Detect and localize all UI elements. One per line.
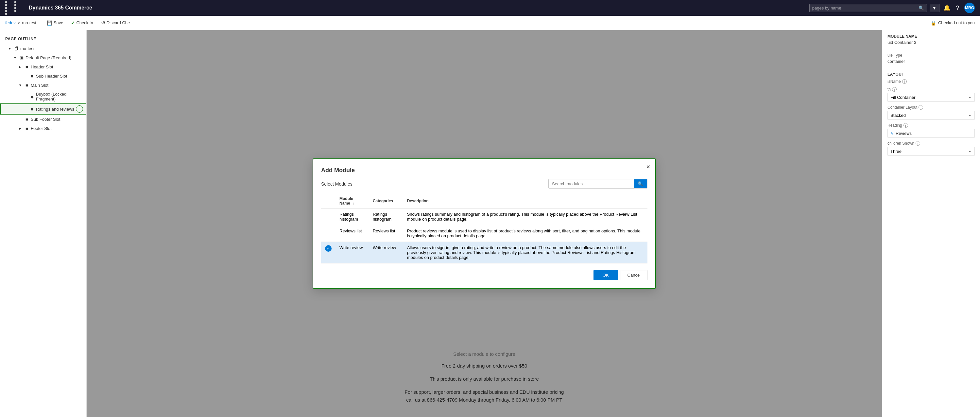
save-label: Save xyxy=(54,20,64,25)
children-shown-select[interactable]: Three xyxy=(888,147,975,156)
tree-item-footer-slot[interactable]: ► ■ Footer Slot xyxy=(0,124,86,133)
tree-item-ratings-reviews[interactable]: ■ Ratings and reviews ⋯ xyxy=(0,104,86,115)
row-check-cell xyxy=(321,225,336,242)
info-icon[interactable]: i xyxy=(902,79,907,84)
app-title: Dynamics 365 Commerce xyxy=(29,5,92,11)
cancel-button[interactable]: Cancel xyxy=(620,270,648,280)
search-area: 🔍 ▼ xyxy=(809,4,939,12)
tree-label: Sub Header Slot xyxy=(36,73,83,78)
module-description-cell: Allows users to sign-in, give a rating, … xyxy=(403,242,648,264)
expand-spacer xyxy=(23,73,28,78)
tree-item-main-slot[interactable]: ▼ ■ Main Slot xyxy=(0,80,86,90)
module-search-button[interactable]: 🔍 xyxy=(634,179,647,188)
info-icon[interactable]: i xyxy=(904,123,908,128)
tree-more-button[interactable]: ⋯ xyxy=(76,105,83,113)
discard-button[interactable]: Discard Che xyxy=(99,18,133,27)
tree-label: Sub Footer Slot xyxy=(31,117,83,122)
heading-value: Reviews xyxy=(896,131,912,136)
main-layout: Page Outline ▼ 🗍 mo-test ▼ ▣ Default Pag… xyxy=(0,30,980,417)
left-sidebar: Page Outline ▼ 🗍 mo-test ▼ ▣ Default Pag… xyxy=(0,30,87,417)
slot-icon: ■ xyxy=(24,83,29,88)
module-name-value: uid Container 3 xyxy=(888,40,975,45)
layout-title: Layout xyxy=(888,72,975,77)
slot-icon: ■ xyxy=(24,117,29,122)
heading-edit-button[interactable]: ✎ Reviews xyxy=(888,129,975,138)
pencil-icon: ✎ xyxy=(890,131,894,136)
table-row[interactable]: Reviews list Reviews list Product review… xyxy=(321,225,648,242)
help-icon[interactable]: ? xyxy=(956,5,959,11)
children-shown-label: children Shown i xyxy=(888,141,975,145)
expand-icon: ► xyxy=(18,126,23,131)
row-check-cell: ✓ xyxy=(321,242,336,264)
lock-icon xyxy=(931,20,936,26)
modal-close-button[interactable]: × xyxy=(646,163,650,171)
notification-icon[interactable]: 🔔 xyxy=(943,4,951,11)
page-icon: 🗍 xyxy=(14,46,19,51)
table-row[interactable]: Ratings histogram Ratings histogram Show… xyxy=(321,209,648,225)
container-layout-label: Container Layout i xyxy=(888,105,975,110)
tree-item-default-page[interactable]: ▼ ▣ Default Page (Required) xyxy=(0,53,86,62)
tree-item-sub-footer-slot[interactable]: ■ Sub Footer Slot xyxy=(0,115,86,124)
info-icon[interactable]: i xyxy=(916,141,920,145)
expand-spacer xyxy=(23,106,28,112)
module-name-cell: Reviews list xyxy=(336,225,369,242)
search-dropdown-button[interactable]: ▼ xyxy=(930,4,939,12)
tree-label: Header Slot xyxy=(31,64,83,69)
select-modules-label: Select Modules xyxy=(321,181,353,187)
layout-icon: ▣ xyxy=(19,55,24,60)
children-shown-row: children Shown i Three xyxy=(888,141,975,156)
top-navigation: Dynamics 365 Commerce 🔍 ▼ 🔔 ? MRG xyxy=(0,0,980,16)
breadcrumb-root[interactable]: fedev xyxy=(5,20,16,25)
toolbar: fedev > mo-test Save Check In Discard Ch… xyxy=(0,16,980,30)
layout-name-label: isName i xyxy=(888,79,975,84)
search-button[interactable]: 🔍 xyxy=(918,6,924,11)
width-label: th i xyxy=(888,87,975,92)
module-search-input[interactable] xyxy=(549,179,634,188)
slot-icon: ■ xyxy=(29,73,35,78)
tree-item-header-slot[interactable]: ► ■ Header Slot xyxy=(0,62,86,71)
width-select[interactable]: Fill Container xyxy=(888,93,975,102)
tree-item-buybox[interactable]: ◆ Buybox (Locked Fragment) xyxy=(0,90,86,104)
sort-arrow-icon: ↑ xyxy=(353,201,355,205)
tree-label: Default Page (Required) xyxy=(25,55,83,60)
save-icon xyxy=(47,20,52,26)
module-name-label: MODULE NAME xyxy=(888,34,975,38)
table-header-name: Module Name ↑ xyxy=(336,194,369,209)
row-check-cell xyxy=(321,209,336,225)
page-outline-title: Page Outline xyxy=(0,34,86,44)
tree-label: Main Slot xyxy=(31,83,83,88)
add-module-modal: × Add Module Select Modules 🔍 Modul xyxy=(313,158,656,289)
modal-footer: OK Cancel xyxy=(321,270,648,280)
tree-label: Buybox (Locked Fragment) xyxy=(36,92,83,101)
ok-button[interactable]: OK xyxy=(593,270,618,280)
save-button[interactable]: Save xyxy=(44,19,66,27)
info-icon[interactable]: i xyxy=(892,87,897,92)
tree-label: Ratings and reviews xyxy=(36,107,75,112)
info-icon[interactable]: i xyxy=(918,105,923,110)
breadcrumb-separator: > xyxy=(18,20,20,25)
module-type-section: ule Type container xyxy=(882,49,980,68)
fragment-icon: ◆ xyxy=(29,94,35,99)
heading-row: Heading i ✎ Reviews xyxy=(888,123,975,138)
tree-label: mo-test xyxy=(20,46,83,51)
container-layout-select[interactable]: Stacked xyxy=(888,111,975,120)
table-header-description: Description xyxy=(403,194,648,209)
expand-icon: ▼ xyxy=(13,55,18,60)
checkin-icon xyxy=(71,20,75,26)
module-icon: ■ xyxy=(29,106,35,112)
module-categories-cell: Ratings histogram xyxy=(369,209,403,225)
pages-search-box: 🔍 xyxy=(809,4,927,12)
apps-icon[interactable] xyxy=(5,1,22,15)
layout-section: Layout isName i th i Fill Container Con xyxy=(882,68,980,163)
table-row-selected[interactable]: ✓ Write review Write review Allows users… xyxy=(321,242,648,264)
module-search-box: 🔍 xyxy=(548,179,648,189)
module-type-label: ule Type xyxy=(888,53,975,58)
breadcrumb: fedev > mo-test xyxy=(5,20,36,25)
tree-item-mo-test[interactable]: ▼ 🗍 mo-test xyxy=(0,44,86,53)
avatar[interactable]: MRG xyxy=(964,3,975,13)
checkin-button[interactable]: Check In xyxy=(68,19,95,27)
tree-item-sub-header-slot[interactable]: ■ Sub Header Slot xyxy=(0,71,86,80)
layout-name-row: isName i xyxy=(888,79,975,84)
expand-icon: ▼ xyxy=(7,46,13,51)
pages-search-input[interactable] xyxy=(812,6,918,11)
